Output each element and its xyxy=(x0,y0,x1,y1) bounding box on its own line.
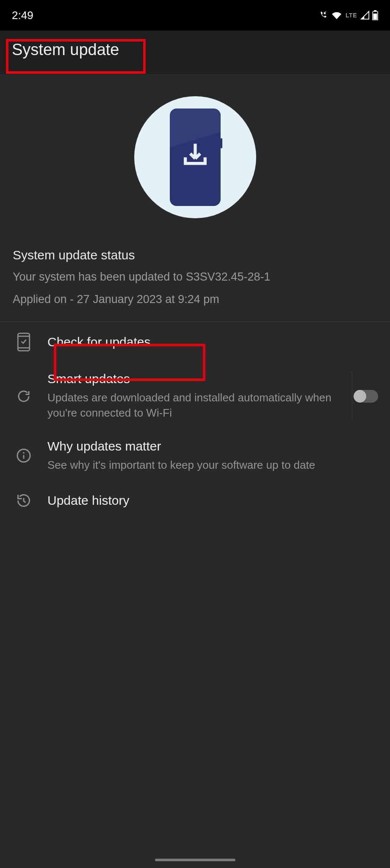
download-icon xyxy=(180,140,210,171)
signal-icon xyxy=(360,11,370,20)
settings-list: Check for updates Smart updates Updates … xyxy=(0,322,390,519)
update-illustration xyxy=(134,96,256,218)
lte-label: LTE xyxy=(346,12,357,19)
refresh-icon xyxy=(16,389,31,406)
check-for-updates-title: Check for updates xyxy=(47,335,379,349)
smart-updates-toggle[interactable] xyxy=(354,390,378,403)
status-time: 2:49 xyxy=(12,9,33,22)
status-applied-line: Applied on - 27 January 2023 at 9:24 pm xyxy=(13,293,377,306)
status-bar: 2:49 LTE xyxy=(0,0,390,31)
smart-updates-title: Smart updates xyxy=(47,372,337,386)
info-icon xyxy=(16,448,31,465)
svg-point-8 xyxy=(23,452,25,454)
phone-check-icon xyxy=(17,333,31,353)
update-history-title: Update history xyxy=(47,493,379,508)
svg-rect-2 xyxy=(373,14,377,20)
update-status-panel: System update status Your system has bee… xyxy=(0,74,390,322)
smart-updates-row[interactable]: Smart updates Updates are downloaded and… xyxy=(0,362,390,429)
why-updates-title: Why updates matter xyxy=(47,439,379,453)
battery-icon xyxy=(372,10,378,20)
nav-pill[interactable] xyxy=(155,859,235,861)
app-bar: System update xyxy=(0,31,390,74)
why-updates-row[interactable]: Why updates matter See why it's importan… xyxy=(0,430,390,482)
wifi-icon xyxy=(331,11,342,20)
status-version-line: Your system has been updated to S3SV32.4… xyxy=(13,269,377,284)
status-heading: System update status xyxy=(13,248,377,262)
status-right: LTE xyxy=(318,10,378,20)
why-updates-subtitle: See why it's important to keep your soft… xyxy=(47,458,379,473)
update-history-row[interactable]: Update history xyxy=(0,482,390,519)
wifi-calling-icon xyxy=(318,11,329,20)
smart-updates-subtitle: Updates are downloaded and installed aut… xyxy=(47,390,337,420)
history-icon xyxy=(16,493,31,510)
check-for-updates-row[interactable]: Check for updates xyxy=(0,322,390,362)
page-title: System update xyxy=(12,41,378,59)
